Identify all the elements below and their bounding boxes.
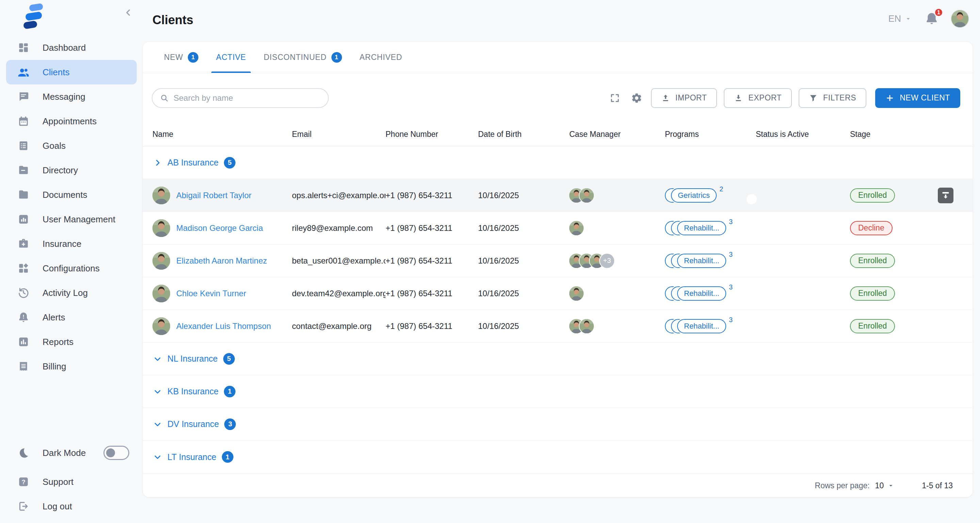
group-name[interactable]: LT Insurance (167, 452, 216, 462)
sidebar-item-documents[interactable]: Documents (6, 182, 137, 207)
client-email: contact@example.org (292, 321, 385, 331)
toggle-knob (106, 448, 115, 457)
column-header-phone: Phone Number (385, 130, 478, 139)
sidebar-item-insurance[interactable]: Insurance (6, 231, 137, 256)
client-name-link[interactable]: Chloe Kevin Turner (176, 289, 246, 298)
filter-icon (809, 94, 818, 102)
program-chip[interactable]: Geriatrics (671, 188, 717, 203)
sidebar-item-logout[interactable]: Log out (6, 494, 137, 518)
case-manager-avatar (579, 188, 594, 203)
rows-per-page-label: Rows per page: (815, 481, 870, 490)
group-row-nl-insurance[interactable]: NL Insurance 5 (143, 343, 972, 375)
client-dob: 10/16/2025 (478, 289, 569, 298)
group-row-dv-insurance[interactable]: DV Insurance 3 (143, 408, 972, 441)
table-row[interactable]: Alexander Luis Thompson contact@example.… (143, 310, 972, 343)
new-client-label: NEW CLIENT (900, 93, 950, 102)
table-row[interactable]: Abigail Robert Taylor ops.alerts+ci@exam… (143, 179, 972, 212)
sidebar-item-alerts[interactable]: Alerts (6, 305, 137, 330)
language-selector[interactable]: EN (888, 14, 912, 24)
sidebar-item-activity-log[interactable]: Activity Log (6, 281, 137, 305)
svg-text:?: ? (21, 478, 25, 486)
moon-icon (18, 447, 29, 459)
sidebar-item-label: Documents (43, 190, 88, 200)
client-avatar (153, 317, 170, 335)
client-name-link[interactable]: Madison George Garcia (176, 223, 263, 233)
client-name-link[interactable]: Abigail Robert Taylor (176, 191, 251, 200)
chevron-right-icon[interactable] (153, 158, 162, 167)
sidebar-item-reports[interactable]: Reports (6, 330, 137, 354)
upload-icon (661, 94, 670, 102)
more-managers-badge[interactable]: +3 (600, 254, 614, 268)
group-count-badge: 5 (223, 353, 235, 365)
group-name[interactable]: KB Insurance (167, 386, 218, 396)
sidebar-item-dashboard[interactable]: Dashboard (6, 35, 137, 60)
insurance-icon (18, 238, 29, 250)
program-chip[interactable]: Rehabilit... (677, 221, 726, 235)
sidebar-item-clients[interactable]: Clients (6, 60, 137, 85)
chevron-down-icon[interactable] (153, 453, 162, 461)
sidebar-item-user-management[interactable]: User Management (6, 207, 137, 231)
client-name-link[interactable]: Elizabeth Aaron Martinez (176, 256, 267, 266)
group-name[interactable]: DV Insurance (167, 419, 219, 429)
search-icon (160, 94, 169, 102)
sidebar-item-label: User Management (43, 214, 115, 225)
search-input[interactable] (173, 93, 321, 103)
sidebar-item-appointments[interactable]: Appointments (6, 109, 137, 134)
archive-button[interactable] (938, 188, 953, 203)
sidebar-item-messaging[interactable]: Messaging (6, 85, 137, 109)
user-management-icon (18, 214, 29, 225)
chevron-down-icon[interactable] (153, 387, 162, 396)
sidebar-item-support[interactable]: ? Support (6, 470, 137, 494)
client-phone: +1 (987) 654-3211 (385, 191, 478, 200)
sidebar-item-label: Support (43, 477, 73, 487)
group-name[interactable]: NL Insurance (167, 354, 218, 364)
group-row-kb-insurance[interactable]: KB Insurance 1 (143, 375, 972, 408)
sidebar-item-billing[interactable]: Billing (6, 354, 137, 379)
export-button[interactable]: EXPORT (724, 88, 792, 108)
table-row[interactable]: Chloe Kevin Turner dev.team42@example.or… (143, 277, 972, 310)
sidebar-item-configurations[interactable]: Configurations (6, 256, 137, 281)
sidebar-item-directory[interactable]: Directory (6, 158, 137, 182)
sidebar-item-goals[interactable]: Goals (6, 134, 137, 158)
table-row[interactable]: Madison George Garcia riley89@example.co… (143, 212, 972, 244)
group-row-lt-insurance[interactable]: LT Insurance 1 (143, 441, 972, 473)
reports-icon (18, 336, 29, 348)
filters-button[interactable]: FILTERS (799, 88, 866, 108)
client-avatar (153, 252, 170, 269)
program-chip[interactable]: Rehabilit... (677, 319, 726, 333)
program-chip[interactable]: Rehabilit... (677, 254, 726, 268)
chevron-down-icon[interactable] (153, 420, 162, 429)
client-name-link[interactable]: Alexander Luis Thompson (176, 321, 271, 331)
client-avatar (153, 219, 170, 237)
settings-button[interactable] (629, 91, 644, 105)
program-count: 3 (729, 218, 733, 226)
group-row-ab-insurance[interactable]: AB Insurance 5 (143, 147, 972, 179)
import-label: IMPORT (675, 93, 707, 102)
group-name[interactable]: AB Insurance (167, 158, 218, 167)
new-client-button[interactable]: NEW CLIENT (875, 88, 960, 108)
chevron-down-icon[interactable] (153, 354, 162, 363)
notifications-button[interactable]: 1 (925, 12, 939, 26)
sidebar-nav: Dashboard Clients Messaging Appointments… (6, 35, 137, 379)
stage-badge: Enrolled (850, 286, 895, 301)
toggle-knob (746, 292, 757, 302)
billing-icon (18, 360, 29, 372)
dark-mode-toggle[interactable] (103, 446, 129, 460)
program-chips: H G Rehabilit... 3 (665, 319, 756, 333)
search-box[interactable] (152, 88, 329, 108)
program-chip[interactable]: Rehabilit... (677, 286, 726, 301)
tab-active[interactable]: ACTIVE (207, 42, 255, 73)
sidebar-collapse-icon[interactable] (123, 8, 134, 18)
tab-archived[interactable]: ARCHIVED (351, 42, 411, 73)
download-icon (734, 94, 743, 102)
tab-new[interactable]: NEW 1 (155, 42, 207, 73)
import-button[interactable]: IMPORT (651, 88, 717, 108)
table-row[interactable]: Elizabeth Aaron Martinez beta_user001@ex… (143, 244, 972, 277)
sidebar-item-label: Billing (43, 361, 66, 372)
user-avatar[interactable] (951, 10, 969, 27)
tab-discontinued[interactable]: DISCONTINUED 1 (255, 42, 351, 73)
rows-per-page-value: 10 (875, 481, 884, 490)
rows-per-page-select[interactable]: 10 (875, 481, 895, 490)
client-email: dev.team42@example.org (292, 289, 385, 298)
fullscreen-button[interactable] (608, 91, 622, 105)
